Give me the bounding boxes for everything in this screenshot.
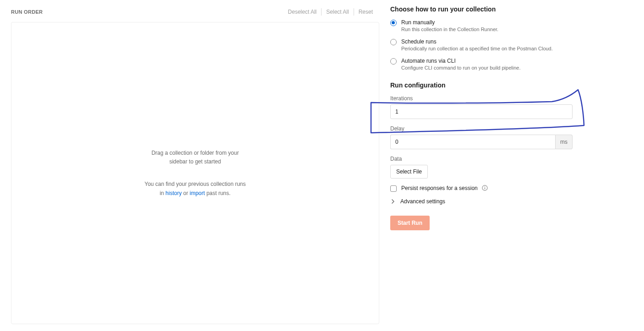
iterations-input[interactable] xyxy=(390,104,573,119)
choose-run-title: Choose how to run your collection xyxy=(390,5,633,13)
advanced-settings-label: Advanced settings xyxy=(400,198,445,205)
automate-cli-desc: Configure CLI command to run on your bui… xyxy=(401,65,520,71)
drop-hint-line1: Drag a collection or folder from your xyxy=(113,149,278,157)
delay-label: Delay xyxy=(390,125,573,132)
run-manually-label: Run manually xyxy=(401,19,498,26)
deselect-all-button[interactable]: Deselect All xyxy=(284,8,322,16)
advanced-settings-toggle[interactable]: Advanced settings xyxy=(390,198,633,205)
svg-rect-1 xyxy=(485,188,485,190)
run-manually-radio[interactable] xyxy=(390,20,397,26)
svg-rect-2 xyxy=(485,186,485,187)
schedule-runs-desc: Periodically run collection at a specifi… xyxy=(401,46,553,51)
schedule-runs-label: Schedule runs xyxy=(401,38,553,45)
automate-cli-radio[interactable] xyxy=(390,58,397,65)
history-link[interactable]: history xyxy=(165,190,181,196)
delay-suffix: ms xyxy=(555,135,573,149)
drop-hint-line2: sidebar to get started xyxy=(113,157,278,166)
import-link[interactable]: import xyxy=(190,190,205,196)
previous-runs-line1: You can find your previous collection ru… xyxy=(113,180,278,189)
select-file-button[interactable]: Select File xyxy=(390,165,428,179)
run-order-drop-area[interactable]: Drag a collection or folder from your si… xyxy=(11,22,379,324)
delay-input[interactable] xyxy=(390,135,555,149)
run-config-title: Run configuration xyxy=(390,81,633,89)
previous-runs-line2: in history or import past runs. xyxy=(113,189,278,197)
drop-area-message: Drag a collection or folder from your si… xyxy=(113,149,278,198)
chevron-right-icon xyxy=(390,199,396,204)
persist-responses-label: Persist responses for a session xyxy=(401,185,488,191)
data-label: Data xyxy=(390,156,573,162)
automate-cli-label: Automate runs via CLI xyxy=(401,58,520,64)
run-manually-desc: Run this collection in the Collection Ru… xyxy=(401,27,498,32)
select-all-button[interactable]: Select All xyxy=(322,8,354,16)
reset-button[interactable]: Reset xyxy=(354,8,377,16)
persist-responses-checkbox[interactable] xyxy=(390,185,397,192)
start-run-button[interactable]: Start Run xyxy=(390,216,430,230)
info-icon[interactable] xyxy=(482,185,488,191)
schedule-runs-radio[interactable] xyxy=(390,39,397,45)
run-order-title: RUN ORDER xyxy=(11,9,43,15)
iterations-label: Iterations xyxy=(390,95,573,102)
run-order-actions: Deselect All Select All Reset xyxy=(284,8,377,16)
